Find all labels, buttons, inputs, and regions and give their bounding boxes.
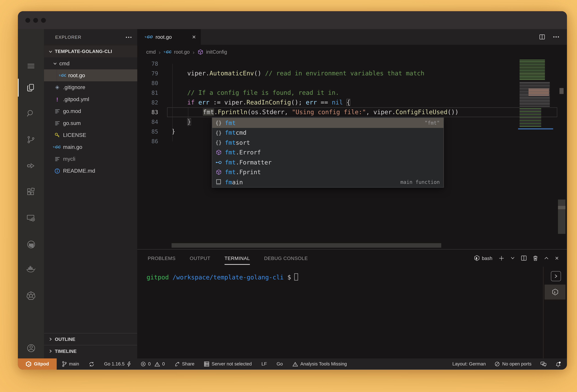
suggest-item-fmt-formatter[interactable]: fmt.Formatter <box>212 157 443 167</box>
problems-status-item[interactable]: 0 0 <box>141 361 165 367</box>
new-terminal-icon[interactable] <box>499 255 504 261</box>
tree-item-root-go[interactable]: GO root.go <box>44 69 137 81</box>
text-file-icon <box>54 121 61 125</box>
maximize-panel-icon[interactable] <box>544 257 549 260</box>
breadcrumb-file[interactable]: root.go <box>174 49 190 55</box>
timeline-section[interactable]: TIMELINE <box>44 345 137 357</box>
remote-explorer-icon[interactable] <box>22 209 40 227</box>
info-file-icon <box>54 168 61 174</box>
suggest-item-fmain[interactable]: fmain main function <box>212 177 443 187</box>
ports-status-item[interactable]: No open ports <box>495 361 531 367</box>
feedback-bubble-icon <box>541 361 546 367</box>
terminal-tab-bash[interactable]: $ <box>544 285 566 299</box>
tree-item-gitignore[interactable]: .gitignore <box>44 81 137 93</box>
code-line: 79viper.AutomaticEnv() // read in enviro… <box>137 69 567 78</box>
extensions-icon[interactable] <box>22 183 40 201</box>
maximize-window-button[interactable] <box>41 18 46 23</box>
share-status-item[interactable]: Share <box>175 361 194 367</box>
sync-status-item[interactable] <box>89 361 94 367</box>
symbol-function-icon <box>212 169 225 175</box>
text-file-icon <box>54 109 61 113</box>
tree-item-cmd[interactable]: cmd <box>44 57 137 69</box>
breadcrumb-symbol[interactable]: initConfig <box>206 49 227 55</box>
chevron-right-icon <box>48 349 53 353</box>
run-debug-icon[interactable] <box>22 157 40 175</box>
explorer-icon[interactable] <box>22 79 40 97</box>
shell-selector[interactable]: $ bash <box>474 255 492 261</box>
server-icon <box>204 361 209 367</box>
activity-bar <box>18 29 44 358</box>
tree-item-go-mod[interactable]: go.mod <box>44 105 137 117</box>
tab-problems[interactable]: PROBLEMS <box>148 255 176 261</box>
docker-icon[interactable] <box>22 261 40 279</box>
project-name: TEMPLATE-GOLANG-CLI <box>55 49 112 54</box>
vertical-scrollbar-thumb[interactable] <box>558 200 566 234</box>
notifications-status-item[interactable] <box>555 361 561 367</box>
server-status-item[interactable]: Server not selected <box>204 361 252 367</box>
expand-terminal-tabs-icon[interactable] <box>551 271 561 281</box>
svg-text:GO: GO <box>55 145 60 149</box>
go-version-status-item[interactable]: Go 1.16.5 <box>104 361 131 367</box>
branch-status-item[interactable]: main <box>62 361 79 367</box>
layout-status-item[interactable]: Layout: German <box>452 361 486 367</box>
suggest-item-fmt-errorf[interactable]: fmt.Errorf <box>212 147 443 157</box>
outline-section[interactable]: OUTLINE <box>44 333 137 345</box>
search-icon[interactable] <box>22 105 40 123</box>
bell-icon <box>555 361 561 367</box>
bottom-panel: PROBLEMS OUTPUT TERMINAL DEBUG CONSOLE $… <box>137 249 567 358</box>
symbol-function-icon <box>198 49 203 55</box>
split-terminal-icon[interactable] <box>521 255 527 261</box>
tree-item-license[interactable]: LICENSE <box>44 129 137 141</box>
tree-item-go-sum[interactable]: go.sum <box>44 117 137 129</box>
close-tab-icon[interactable]: × <box>192 34 196 40</box>
explorer-sidebar: EXPLORER TEMPLATE-GOLANG-CLI cmd GO <box>44 29 137 358</box>
tab-terminal[interactable]: TERMINAL <box>224 255 250 261</box>
tab-root-go[interactable]: GO root.go × <box>137 29 201 45</box>
code-editor[interactable]: 78 79viper.AutomaticEnv() // read in env… <box>137 59 567 249</box>
bash-terminal-icon: $ <box>474 255 480 261</box>
analysis-tools-status-item[interactable]: Analysis Tools Missing <box>292 361 347 367</box>
key-icon <box>54 132 61 138</box>
kill-terminal-trash-icon[interactable] <box>533 255 538 261</box>
status-bar: Gitpod main Go 1.16.5 0 0 <box>18 358 567 370</box>
menu-icon[interactable] <box>22 57 40 75</box>
language-status-item[interactable]: Go <box>277 361 283 367</box>
explorer-more-actions-icon[interactable] <box>125 36 132 38</box>
source-control-icon[interactable] <box>22 131 40 149</box>
suggest-item-fmtcmd[interactable]: {} fmtcmd <box>212 128 443 138</box>
tree-item-gitpod-yml[interactable]: ! .gitpod.yml <box>44 93 137 105</box>
minimap[interactable] <box>518 59 553 132</box>
chevron-right-icon <box>48 337 53 341</box>
github-icon[interactable] <box>22 235 40 253</box>
editor-more-actions-icon[interactable] <box>553 36 559 38</box>
split-editor-icon[interactable] <box>539 34 545 39</box>
breadcrumb-cmd[interactable]: cmd <box>146 49 156 55</box>
close-window-button[interactable] <box>25 18 30 23</box>
account-icon[interactable] <box>22 339 40 357</box>
minimize-window-button[interactable] <box>33 18 38 23</box>
editor-tab-bar: GO root.go × <box>137 29 567 45</box>
horizontal-scrollbar-thumb[interactable] <box>172 243 441 248</box>
error-circle-icon <box>141 361 146 367</box>
minimap-current-line <box>518 128 553 130</box>
gitpod-status-item[interactable]: Gitpod <box>18 358 57 370</box>
tree-item-readme[interactable]: README.md <box>44 165 137 177</box>
project-root-row[interactable]: TEMPLATE-GOLANG-CLI <box>44 45 137 57</box>
svg-text:GO: GO <box>61 73 66 77</box>
tab-debug-console[interactable]: DEBUG CONSOLE <box>264 255 308 261</box>
suggest-item-fmt[interactable]: {} fmt "fmt" <box>212 118 443 128</box>
git-branch-icon <box>62 361 67 367</box>
feedback-status-item[interactable] <box>541 361 546 367</box>
kubernetes-icon[interactable] <box>22 287 40 305</box>
suggest-item-fmt-fprint[interactable]: fmt.Fprint <box>212 167 443 177</box>
tree-item-mycli[interactable]: mycli <box>44 153 137 165</box>
suggest-item-fmtsort[interactable]: {} fmtsort <box>212 138 443 148</box>
eol-status-item[interactable]: LF <box>261 361 267 367</box>
close-panel-icon[interactable]: × <box>555 255 559 261</box>
chevron-down-icon[interactable] <box>511 257 515 260</box>
tree-item-main-go[interactable]: GO main.go <box>44 141 137 153</box>
no-ports-blocked-icon <box>495 361 500 367</box>
terminal[interactable]: gitpod /workspace/template-golang-cli $ <box>137 267 567 282</box>
tab-output[interactable]: OUTPUT <box>190 255 210 261</box>
current-line-highlight <box>167 107 557 117</box>
